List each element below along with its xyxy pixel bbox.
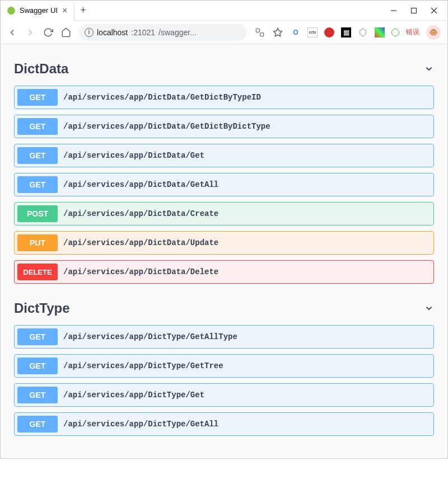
translate-icon[interactable] — [255, 27, 265, 37]
endpoint-row[interactable]: GET/api/services/app/DictData/GetDictByT… — [14, 86, 434, 109]
tab-title: Swagger UI — [20, 6, 58, 15]
svg-rect-4 — [256, 29, 259, 32]
method-badge: POST — [17, 205, 58, 222]
swagger-content: DictData GET/api/services/app/DictData/G… — [1, 44, 447, 458]
ext-icon-2[interactable]: cctv — [307, 27, 318, 37]
profile-avatar[interactable]: 🐵 — [426, 25, 441, 40]
tag-title: DictType — [14, 300, 70, 316]
tag-section-dicttype: DictType GET/api/services/app/DictType/G… — [14, 295, 434, 436]
ext-icon-6[interactable] — [375, 27, 385, 37]
extension-icons: O cctv ▦ 错误 🐵 — [291, 25, 441, 40]
endpoint-path: /api/services/app/DictData/Get — [58, 151, 204, 160]
browser-tab[interactable]: Swagger UI × — [1, 1, 74, 21]
svg-rect-1 — [412, 8, 417, 13]
svg-marker-6 — [274, 28, 282, 36]
address-bar: i localhost:21021/swagger... O cctv ▦ 错误… — [1, 21, 447, 44]
close-window-button[interactable] — [431, 7, 437, 14]
method-badge: GET — [17, 416, 58, 432]
window-controls — [390, 7, 447, 14]
method-badge: GET — [17, 118, 58, 135]
endpoint-row[interactable]: GET/api/services/app/DictData/Get — [14, 144, 434, 167]
minimize-button[interactable] — [390, 7, 397, 14]
ext-icon-7[interactable] — [391, 29, 399, 36]
chevron-down-icon — [424, 64, 434, 74]
url-input[interactable]: i localhost:21021/swagger... — [79, 24, 247, 41]
endpoint-path: /api/services/app/DictData/GetAll — [58, 180, 218, 189]
ext-icon-1[interactable]: O — [291, 27, 301, 37]
tag-header-dictdata[interactable]: DictData — [14, 55, 434, 82]
new-tab-button[interactable]: + — [74, 4, 92, 16]
ext-icon-3[interactable] — [324, 27, 334, 37]
endpoint-row[interactable]: GET/api/services/app/DictType/GetAllType — [14, 325, 434, 349]
ext-icon-5[interactable] — [358, 27, 368, 37]
endpoint-path: /api/services/app/DictData/GetDictByDict… — [58, 122, 270, 131]
tag-title: DictData — [14, 61, 68, 77]
endpoints-list: GET/api/services/app/DictData/GetDictByT… — [14, 86, 434, 284]
endpoint-row[interactable]: POST/api/services/app/DictData/Create — [14, 202, 434, 225]
tag-header-dicttype[interactable]: DictType — [14, 295, 434, 322]
url-host: localhost — [97, 28, 128, 37]
method-badge: GET — [17, 328, 58, 345]
endpoint-path: /api/services/app/DictType/GetTree — [58, 361, 223, 370]
endpoint-path: /api/services/app/DictData/GetDictByType… — [58, 93, 261, 102]
favicon-icon — [7, 7, 15, 15]
endpoint-path: /api/services/app/DictData/Update — [58, 238, 218, 247]
endpoint-path: /api/services/app/DictData/Delete — [58, 267, 218, 276]
tag-section-dictdata: DictData GET/api/services/app/DictData/G… — [14, 55, 434, 284]
method-badge: DELETE — [17, 264, 58, 280]
titlebar: Swagger UI × + — [1, 1, 447, 21]
endpoint-row[interactable]: DELETE/api/services/app/DictData/Delete — [14, 260, 434, 284]
endpoint-row[interactable]: GET/api/services/app/DictData/GetAll — [14, 173, 434, 196]
endpoints-list: GET/api/services/app/DictType/GetAllType… — [14, 325, 434, 436]
close-tab-icon[interactable]: × — [62, 6, 67, 16]
url-port: :21021 — [131, 28, 155, 37]
chevron-down-icon — [424, 303, 434, 313]
method-badge: GET — [17, 387, 58, 403]
endpoint-path: /api/services/app/DictType/GetAllType — [58, 332, 237, 341]
maximize-button[interactable] — [410, 7, 417, 14]
method-badge: GET — [17, 176, 58, 193]
endpoint-path: /api/services/app/DictData/Create — [58, 209, 218, 218]
svg-rect-5 — [260, 32, 264, 36]
endpoint-path: /api/services/app/DictType/GetAll — [58, 420, 218, 429]
site-info-icon[interactable]: i — [85, 28, 94, 37]
endpoint-row[interactable]: GET/api/services/app/DictType/GetTree — [14, 354, 434, 378]
method-badge: GET — [17, 358, 58, 374]
endpoint-path: /api/services/app/DictType/Get — [58, 391, 204, 399]
method-badge: GET — [17, 147, 58, 164]
method-badge: PUT — [17, 234, 58, 251]
home-button[interactable] — [61, 27, 71, 37]
reload-button[interactable] — [43, 27, 53, 37]
browser-window: Swagger UI × + i localhost:21021/swagger… — [0, 0, 448, 459]
back-button[interactable] — [7, 27, 17, 37]
endpoint-row[interactable]: GET/api/services/app/DictData/GetDictByD… — [14, 115, 434, 138]
method-badge: GET — [17, 89, 58, 106]
endpoint-row[interactable]: PUT/api/services/app/DictData/Update — [14, 231, 434, 255]
endpoint-row[interactable]: GET/api/services/app/DictType/Get — [14, 383, 434, 407]
error-badge[interactable]: 错误 — [406, 27, 419, 37]
ext-icon-4[interactable]: ▦ — [341, 27, 351, 37]
forward-button[interactable] — [25, 27, 35, 37]
endpoint-row[interactable]: GET/api/services/app/DictType/GetAll — [14, 412, 434, 436]
url-path: /swagger... — [158, 28, 197, 37]
bookmark-icon[interactable] — [273, 27, 283, 37]
